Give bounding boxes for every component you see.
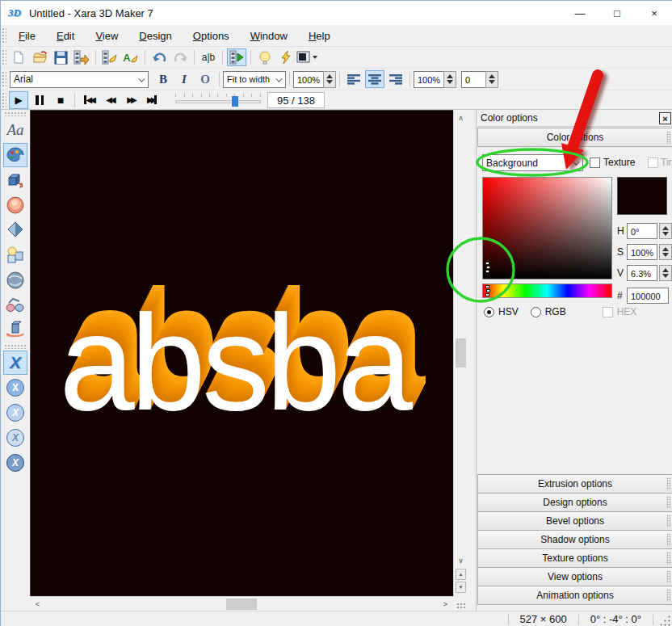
scroll-down-button[interactable]: ∨ xyxy=(455,554,467,566)
menu-help[interactable]: Help xyxy=(298,27,341,45)
hue-marker[interactable] xyxy=(485,285,492,297)
chevron-down-icon xyxy=(573,158,579,165)
view-options-bar[interactable]: View options xyxy=(477,567,672,586)
design-options-bar[interactable]: Design options xyxy=(477,493,672,512)
page-up-button[interactable]: ▲ xyxy=(456,569,466,580)
scrollbar-thumb[interactable] xyxy=(226,599,257,610)
slider-track[interactable] xyxy=(175,100,261,103)
saturation-field[interactable]: 100% xyxy=(627,244,657,260)
saturation-value-picker[interactable] xyxy=(482,177,612,279)
window-resize-grip[interactable] xyxy=(658,614,671,626)
x-style-1-button[interactable]: X xyxy=(3,376,27,400)
spinner-buttons[interactable] xyxy=(485,71,498,88)
fast-forward-button[interactable]: ▶▶ xyxy=(121,91,141,109)
x-style-3-button[interactable]: X xyxy=(3,426,27,450)
texture-checkbox[interactable] xyxy=(590,158,600,168)
save-button[interactable] xyxy=(51,48,70,66)
tracking-spinner[interactable]: 0 xyxy=(461,71,498,88)
undo-button[interactable] xyxy=(149,48,169,66)
sv-picker-marker[interactable] xyxy=(485,262,492,274)
text-tool-button[interactable]: Aa xyxy=(3,118,27,142)
color-options-header-button[interactable]: Color options xyxy=(477,128,672,147)
animation-options-bar[interactable]: Animation options xyxy=(477,586,672,605)
spinner-buttons[interactable] xyxy=(659,265,672,281)
new-document-button[interactable] xyxy=(9,48,28,66)
italic-button[interactable]: I xyxy=(174,70,194,88)
texture-options-bar[interactable]: Texture options xyxy=(477,548,672,568)
align-right-button[interactable] xyxy=(386,70,405,88)
hex-field[interactable]: 100000 xyxy=(627,288,669,304)
color-target-select[interactable]: Background xyxy=(482,154,583,171)
maximize-button[interactable]: □ xyxy=(598,1,636,25)
slider-thumb[interactable] xyxy=(232,96,238,107)
view-options-button[interactable] xyxy=(3,268,27,292)
hue-field[interactable]: 0° xyxy=(627,223,657,239)
redo-button[interactable] xyxy=(170,48,190,66)
font-size-spinner[interactable]: 100% xyxy=(293,71,336,88)
align-center-button[interactable] xyxy=(365,70,384,88)
close-button[interactable]: × xyxy=(636,1,672,25)
open-file-button[interactable] xyxy=(30,48,49,66)
export-animation-button[interactable] xyxy=(72,48,91,66)
menu-file[interactable]: File xyxy=(8,27,46,45)
canvas-hscrollbar[interactable]: < > xyxy=(30,596,453,611)
letter-style-button[interactable]: X xyxy=(3,351,27,375)
hue-slider[interactable] xyxy=(482,284,612,298)
font-select[interactable]: Arial xyxy=(10,71,149,88)
animation-positions-button[interactable] xyxy=(3,293,27,317)
outline-button[interactable]: O xyxy=(195,70,215,88)
bevel-options-bar[interactable]: Bevel options xyxy=(477,511,672,531)
extrusion-options-button[interactable] xyxy=(3,168,27,192)
align-left-button[interactable] xyxy=(344,70,363,88)
shadow-options-bar[interactable]: Shadow options xyxy=(477,530,672,549)
value-field[interactable]: 6.3% xyxy=(627,265,657,281)
spinner-buttons[interactable] xyxy=(443,71,456,88)
extrusion-options-bar[interactable]: Extrusion options xyxy=(477,474,672,494)
skip-end-button[interactable]: ▶▶ xyxy=(142,91,162,109)
fast-render-button[interactable] xyxy=(276,48,296,66)
preview-animation-button[interactable] xyxy=(227,48,246,66)
x-style-2-button[interactable]: X xyxy=(3,401,27,425)
menu-edit[interactable]: Edit xyxy=(46,27,85,45)
scrollbar-thumb[interactable] xyxy=(456,338,466,368)
rewind-button[interactable]: ◀◀ xyxy=(100,91,120,109)
bevel-options-button[interactable] xyxy=(3,193,27,217)
bold-button[interactable]: B xyxy=(153,70,173,88)
skip-start-button[interactable]: ◀◀ xyxy=(79,91,99,109)
x-style-4-button[interactable]: X xyxy=(3,451,27,475)
page-down-button[interactable]: ▼ xyxy=(456,582,466,593)
spinner-buttons[interactable] xyxy=(659,223,672,239)
hsv-radio[interactable] xyxy=(484,307,494,317)
render-quality-button[interactable] xyxy=(255,48,275,66)
canvas-viewport[interactable]: absba xyxy=(30,110,453,596)
play-button[interactable]: ▶ xyxy=(9,91,28,109)
resize-grip-small[interactable] xyxy=(456,603,466,609)
menu-window[interactable]: Window xyxy=(240,27,298,45)
display-options-button[interactable] xyxy=(297,48,317,66)
spinner-buttons[interactable] xyxy=(323,71,336,88)
export-frames-button[interactable] xyxy=(100,48,120,66)
scroll-left-button[interactable]: < xyxy=(32,599,44,610)
minimize-button[interactable]: — xyxy=(561,1,598,25)
shadow-options-button[interactable] xyxy=(3,218,27,242)
panel-close-button[interactable]: × xyxy=(659,112,671,124)
rotate-object-button[interactable] xyxy=(3,318,27,342)
canvas-vscrollbar[interactable]: ∧ ∨ ▲ ▼ xyxy=(453,110,467,596)
spinner-buttons[interactable] xyxy=(659,244,672,260)
line-spacing-value: 100% xyxy=(414,71,443,88)
export-text-button[interactable]: A xyxy=(121,48,141,66)
menu-design[interactable]: Design xyxy=(128,27,182,45)
line-spacing-spinner[interactable]: 100% xyxy=(414,71,456,88)
scroll-right-button[interactable]: > xyxy=(439,599,452,610)
texture-options-button[interactable] xyxy=(3,243,27,267)
pause-button[interactable] xyxy=(30,91,49,109)
rename-text-button[interactable]: a|b xyxy=(199,48,218,66)
frame-slider[interactable] xyxy=(175,97,261,105)
menu-view[interactable]: View xyxy=(85,27,128,45)
fit-mode-select[interactable]: Fit to width xyxy=(223,71,286,88)
scroll-up-button[interactable]: ∧ xyxy=(455,111,467,124)
stop-button[interactable]: ■ xyxy=(51,91,70,109)
menu-options[interactable]: Options xyxy=(183,27,240,45)
color-options-button[interactable] xyxy=(3,143,27,167)
rgb-radio[interactable] xyxy=(531,307,541,317)
